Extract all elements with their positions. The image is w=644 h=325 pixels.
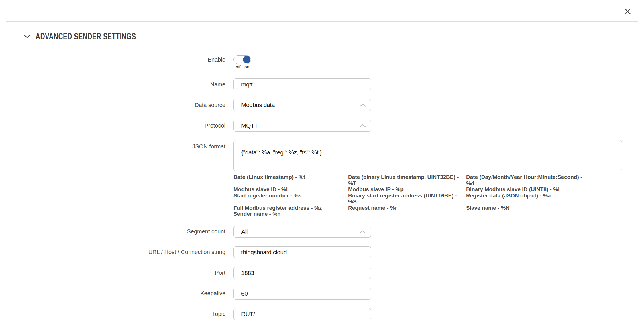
json-format-label: JSON format xyxy=(23,140,233,150)
name-row: Name xyxy=(23,78,627,90)
segment-count-row: Segment count All xyxy=(23,226,627,238)
help-cell: Register data (JSON object) - %a xyxy=(466,193,589,205)
help-cell: Slave name - %N xyxy=(466,205,589,211)
port-input[interactable] xyxy=(233,267,371,279)
keepalive-input[interactable] xyxy=(233,288,371,300)
protocol-value: MQTT xyxy=(241,122,258,129)
protocol-label: Protocol xyxy=(23,122,233,129)
help-cell: Date (binary Linux timestamp, UINT32BE) … xyxy=(348,174,466,186)
name-label: Name xyxy=(23,81,233,88)
toggle-off-label: off xyxy=(236,64,240,69)
toggle-knob xyxy=(243,56,250,63)
segment-count-label: Segment count xyxy=(23,228,233,235)
json-format-textarea[interactable]: {"data": %a, "reg": %z, "ts": %t } xyxy=(233,140,622,171)
data-source-select[interactable]: Modbus data xyxy=(233,99,371,111)
data-source-label: Data source xyxy=(23,102,233,108)
close-icon[interactable] xyxy=(623,7,632,16)
port-label: Port xyxy=(23,269,233,276)
url-row: URL / Host / Connection string xyxy=(23,246,627,258)
topic-row: Topic xyxy=(23,308,627,320)
toggle-state-labels: off on xyxy=(233,64,251,69)
enable-toggle[interactable] xyxy=(233,55,251,64)
name-input[interactable] xyxy=(233,78,371,90)
keepalive-row: Keepalive xyxy=(23,288,627,300)
help-cell: Binary start register address (UINT16BE)… xyxy=(348,193,466,205)
enable-row: Enable off on xyxy=(23,55,627,69)
port-row: Port xyxy=(23,267,627,279)
toggle-on-label: on xyxy=(244,64,249,69)
data-source-value: Modbus data xyxy=(241,102,275,108)
topic-label: Topic xyxy=(23,311,233,317)
help-cell: Start register number - %s xyxy=(233,193,348,205)
segment-count-value: All xyxy=(241,228,248,235)
help-cell: Sender name - %n xyxy=(233,211,348,217)
chevron-up-icon xyxy=(359,230,366,235)
json-format-row: JSON format {"data": %a, "reg": %z, "ts"… xyxy=(23,140,627,171)
url-label: URL / Host / Connection string xyxy=(23,249,233,255)
chevron-down-icon xyxy=(23,34,31,39)
chevron-up-icon xyxy=(359,124,366,129)
chevron-up-icon xyxy=(359,103,366,108)
help-cell: Modbus slave IP - %p xyxy=(348,186,466,193)
help-cell: Modbus slave ID - %i xyxy=(233,186,348,193)
data-source-row: Data source Modbus data xyxy=(23,99,627,111)
url-input[interactable] xyxy=(233,246,371,258)
help-cell: Request name - %r xyxy=(348,205,466,211)
segment-count-select[interactable]: All xyxy=(233,226,371,238)
protocol-row: Protocol MQTT xyxy=(23,120,627,132)
advanced-sender-settings-modal: ADVANCED SENDER SETTINGS Enable off on N… xyxy=(6,21,638,325)
section-divider xyxy=(23,45,627,45)
enable-label: Enable xyxy=(23,55,233,64)
topic-input[interactable] xyxy=(233,308,371,320)
help-cell: Date (Day/Month/Year Hour:Minute:Second)… xyxy=(466,174,589,186)
help-cell: Full Modbus register address - %z xyxy=(233,205,348,211)
page-title: ADVANCED SENDER SETTINGS xyxy=(36,31,136,42)
help-cell: Binary Modbus slave ID (UINT8) - %I xyxy=(466,186,589,193)
protocol-select[interactable]: MQTT xyxy=(233,120,371,132)
format-specifier-help: Date (Linux timestamp) - %t Date (binary… xyxy=(233,174,627,217)
section-header-toggle[interactable]: ADVANCED SENDER SETTINGS xyxy=(23,31,627,42)
help-cell: Date (Linux timestamp) - %t xyxy=(233,174,348,186)
keepalive-label: Keepalive xyxy=(23,290,233,297)
